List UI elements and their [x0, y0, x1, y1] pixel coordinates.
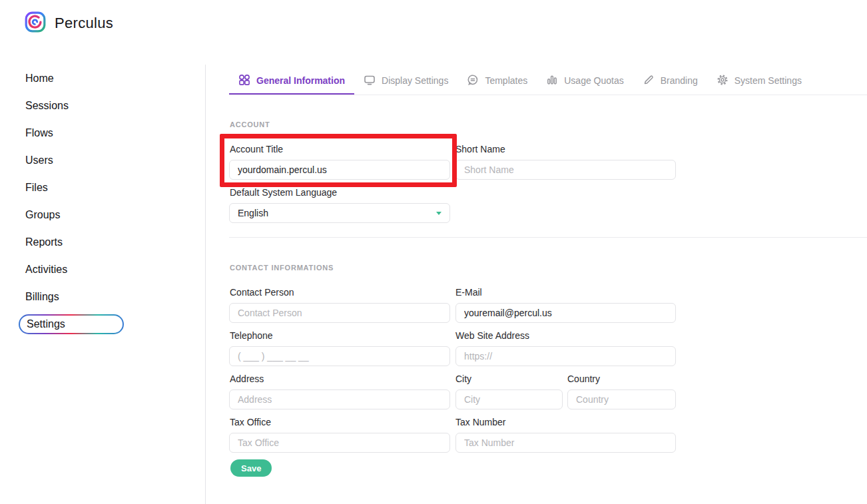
tax-office-input[interactable] [229, 433, 450, 453]
vertical-divider [205, 65, 206, 504]
sidebar-item-label: Billings [25, 291, 59, 303]
short-name-input[interactable] [455, 160, 676, 180]
address-label: Address [230, 374, 264, 384]
sidebar-item-label: Home [25, 73, 54, 85]
sidebar-item-sessions[interactable]: Sessions [25, 92, 192, 119]
sidebar-item-label: Sessions [25, 100, 69, 112]
email-input[interactable] [455, 303, 676, 323]
telephone-input[interactable] [229, 346, 450, 366]
tab-label: Usage Quotas [564, 75, 624, 86]
tab-templates[interactable]: Templates [457, 67, 537, 95]
website-input[interactable] [455, 346, 676, 366]
main-content: General Information Display Settings [229, 0, 867, 504]
sidebar-item-billings[interactable]: Billings [25, 283, 192, 310]
tab-usage-quotas[interactable]: Usage Quotas [537, 67, 633, 95]
tab-label: Templates [485, 75, 527, 86]
pencil-icon [643, 74, 655, 88]
sidebar-nav: Home Sessions Flows Users Files Groups R… [25, 65, 192, 338]
language-select-value: English [238, 208, 268, 218]
language-select[interactable]: English [229, 203, 450, 223]
chat-bubble-icon [467, 74, 479, 88]
tab-label: System Settings [734, 75, 802, 86]
tab-system-settings[interactable]: System Settings [707, 67, 811, 95]
settings-tab-bar: General Information Display Settings [229, 67, 867, 95]
app-header: Perculus [24, 11, 113, 36]
tab-label: Branding [661, 75, 698, 86]
country-label: Country [567, 374, 600, 384]
sidebar-item-label: Settings [27, 318, 65, 330]
account-section-heading: ACCOUNT [230, 121, 270, 128]
city-label: City [455, 374, 471, 384]
sidebar-item-label: Reports [25, 236, 63, 248]
app-window: Perculus Home Sessions Flows Users Files… [0, 0, 867, 504]
city-input[interactable] [455, 389, 563, 409]
gear-icon [717, 74, 728, 88]
settings-active-pill: Settings [19, 314, 124, 334]
email-label: E-Mail [455, 287, 482, 298]
tab-general-information[interactable]: General Information [229, 67, 354, 95]
bar-chart-icon [546, 74, 558, 88]
contact-person-input[interactable] [229, 303, 450, 323]
perculus-logo-icon [24, 11, 47, 36]
tax-number-label: Tax Number [455, 417, 505, 427]
sidebar-item-label: Flows [25, 127, 53, 139]
sidebar-item-users[interactable]: Users [25, 146, 192, 174]
tab-branding[interactable]: Branding [633, 67, 707, 95]
contact-section-heading: CONTACT INFORMATIONS [230, 264, 334, 272]
sidebar-item-home[interactable]: Home [25, 65, 192, 92]
tab-label: Display Settings [382, 75, 448, 86]
address-input[interactable] [229, 389, 450, 409]
tab-display-settings[interactable]: Display Settings [354, 67, 457, 95]
sidebar-item-groups[interactable]: Groups [25, 201, 192, 228]
sidebar-item-label: Users [25, 154, 53, 166]
tax-number-input[interactable] [455, 433, 676, 453]
telephone-label: Telephone [230, 330, 273, 341]
short-name-label: Short Name [455, 144, 505, 154]
sidebar-item-reports[interactable]: Reports [25, 228, 192, 256]
grid-icon [238, 74, 250, 88]
tab-label: General Information [256, 75, 345, 86]
sidebar-item-activities[interactable]: Activities [25, 256, 192, 283]
sidebar-item-files[interactable]: Files [25, 174, 192, 201]
chevron-down-icon [436, 212, 441, 215]
monitor-icon [364, 74, 376, 88]
section-divider [229, 237, 867, 238]
save-button[interactable]: Save [230, 459, 272, 477]
brand-title: Perculus [55, 15, 113, 32]
country-input[interactable] [567, 389, 676, 409]
account-title-label: Account Title [230, 144, 283, 154]
contact-person-label: Contact Person [230, 287, 294, 298]
sidebar-item-label: Files [25, 182, 48, 194]
website-label: Web Site Address [455, 330, 529, 341]
sidebar-item-label: Groups [25, 209, 60, 221]
sidebar-item-flows[interactable]: Flows [25, 119, 192, 146]
sidebar-item-settings[interactable]: Settings [25, 310, 192, 338]
default-language-label: Default System Language [230, 187, 337, 198]
account-title-input[interactable] [229, 160, 450, 180]
sidebar-item-label: Activities [25, 264, 67, 276]
tax-office-label: Tax Office [230, 417, 271, 427]
